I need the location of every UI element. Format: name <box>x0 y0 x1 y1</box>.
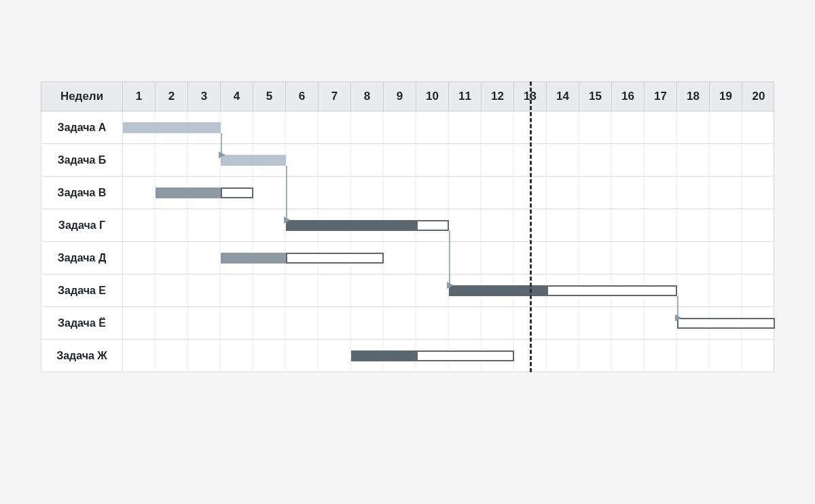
row-grid <box>123 274 775 306</box>
header-week-6: 6 <box>286 82 319 111</box>
row-grid <box>123 242 775 274</box>
header-week-14: 14 <box>547 82 579 111</box>
row-grid <box>123 111 775 143</box>
header-week-1: 1 <box>123 82 156 111</box>
header-week-12: 12 <box>482 82 514 111</box>
task-label: Задача Д <box>41 242 123 274</box>
header-week-17: 17 <box>645 82 677 111</box>
header-week-2: 2 <box>156 82 188 111</box>
gantt-rows: Задача АЗадача БЗадача ВЗадача ГЗадача Д… <box>41 111 774 372</box>
gantt-row: Задача Г <box>41 209 774 242</box>
header-week-19: 19 <box>710 82 742 111</box>
header-weeks-label: Недели <box>41 82 123 111</box>
header-week-20: 20 <box>742 82 775 111</box>
header-week-16: 16 <box>612 82 645 111</box>
gantt-row: Задача Б <box>41 144 774 177</box>
header-week-18: 18 <box>677 82 710 111</box>
task-label: Задача Ё <box>41 307 123 339</box>
gantt-row: Задача Д <box>41 242 774 274</box>
header-week-13: 13 <box>514 82 547 111</box>
task-label: Задача Б <box>41 144 123 176</box>
header-week-8: 8 <box>351 82 384 111</box>
gantt-row: Задача Ё <box>41 307 774 340</box>
header-week-15: 15 <box>579 82 612 111</box>
task-label: Задача Е <box>41 274 123 306</box>
row-grid <box>123 307 775 339</box>
task-label: Задача А <box>41 111 123 143</box>
gantt-row: Задача А <box>41 111 774 144</box>
row-grid <box>123 177 775 209</box>
header-week-7: 7 <box>319 82 351 111</box>
task-label: Задача В <box>41 177 123 209</box>
gantt-row: Задача В <box>41 177 774 209</box>
header-week-4: 4 <box>221 82 253 111</box>
header-week-5: 5 <box>253 82 286 111</box>
gantt-row: Задача Е <box>41 274 774 307</box>
header-week-9: 9 <box>384 82 416 111</box>
header-week-10: 10 <box>416 82 449 111</box>
gantt-chart: Недели 1234567891011121314151617181920 З… <box>41 82 774 372</box>
gantt-row: Задача Ж <box>41 340 774 372</box>
task-label: Задача Ж <box>41 340 123 372</box>
row-grid <box>123 144 775 176</box>
row-grid <box>123 340 775 372</box>
gantt-header-row: Недели 1234567891011121314151617181920 <box>41 82 774 111</box>
row-grid <box>123 209 775 241</box>
header-week-11: 11 <box>449 82 482 111</box>
header-week-3: 3 <box>188 82 221 111</box>
task-label: Задача Г <box>41 209 123 241</box>
